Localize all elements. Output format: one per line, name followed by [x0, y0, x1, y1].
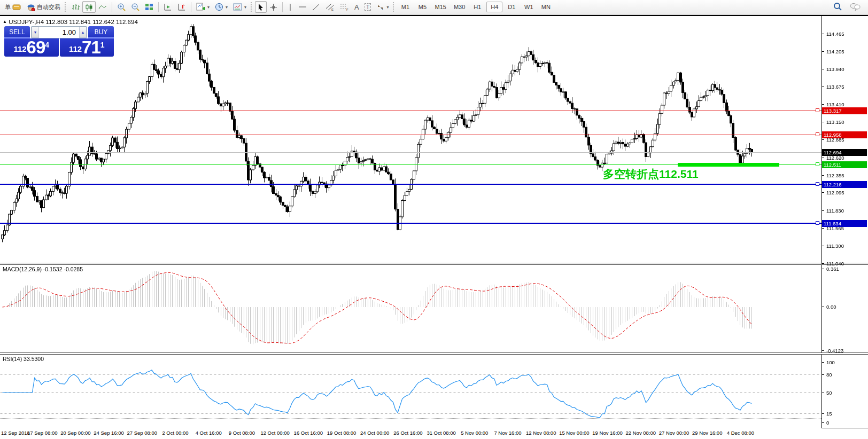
add-indicator-button[interactable]: ▾ — [193, 1, 212, 13]
timeframe-m15-button[interactable]: M15 — [431, 2, 449, 12]
channel-icon: E — [326, 3, 335, 11]
macd-scale-label: -0.4123 — [826, 348, 843, 354]
price-tick-mark — [821, 69, 824, 69]
timeframe-m5-button[interactable]: M5 — [414, 2, 430, 12]
add-indicator-caret-icon[interactable]: ▾ — [207, 5, 210, 10]
horizontal-line-icon — [298, 4, 307, 10]
pivot-annotation-text[interactable]: 多空转折点112.511 — [603, 167, 699, 182]
chart-shift-icon — [177, 3, 186, 11]
candlestick-chart-button[interactable] — [82, 1, 96, 13]
rsi-label: RSI(14) 33.5300 — [3, 356, 44, 362]
rsi-tick-mark — [821, 393, 824, 393]
tile-windows-button[interactable] — [142, 1, 156, 13]
chart-shift-button[interactable] — [175, 1, 189, 13]
current-price-line[interactable] — [0, 152, 821, 153]
volume-input[interactable] — [39, 27, 79, 38]
trendline-icon — [312, 3, 320, 11]
crosshair-button[interactable] — [267, 1, 280, 13]
periods-caret-icon[interactable]: ▾ — [226, 5, 228, 10]
timeframe-w1-button[interactable]: W1 — [521, 2, 537, 12]
cursor-button[interactable] — [255, 1, 267, 13]
timeframe-d1-button[interactable]: D1 — [503, 2, 520, 12]
arrows-caret-icon[interactable]: ▾ — [386, 5, 389, 10]
search-icon[interactable] — [833, 2, 842, 12]
fibonacci-tool[interactable]: F — [337, 1, 352, 13]
chart-title-text: USDJPY-,H4 112.803 112.841 112.642 112.6… — [9, 19, 138, 25]
text-label-tool[interactable]: T — [362, 1, 374, 13]
rsi-tick-mark — [821, 362, 824, 363]
cursor-icon — [258, 3, 264, 11]
rsi-scale-label: 100 — [826, 359, 835, 365]
text-tool[interactable]: A — [352, 1, 362, 13]
toolbar-grip[interactable] — [393, 2, 396, 12]
line-edit-handle[interactable] — [816, 108, 819, 112]
price-tag: 112.511 — [822, 161, 867, 168]
sell-price[interactable]: 112694 — [4, 38, 59, 57]
line-edit-handle[interactable] — [816, 162, 819, 166]
timeframe-h1-button[interactable]: H1 — [469, 2, 485, 12]
toolbar-grip[interactable] — [65, 2, 67, 12]
support-line[interactable] — [0, 223, 821, 224]
zoom-in-button[interactable] — [114, 1, 128, 13]
pane-separator-macd-rsi[interactable] — [0, 352, 868, 355]
templates-caret-icon[interactable]: ▾ — [244, 5, 246, 10]
periods-clock-icon — [215, 3, 223, 11]
price-tick-label: 112.355 — [826, 173, 844, 178]
trendline-tool[interactable] — [309, 1, 323, 13]
new-order-button[interactable]: 单 — [2, 1, 24, 13]
timeframe-m1-button[interactable]: M1 — [397, 2, 413, 12]
periods-button[interactable]: ▾ — [212, 1, 230, 13]
vertical-line-tool[interactable] — [285, 1, 296, 13]
timeframe-h4-button[interactable]: H4 — [486, 2, 502, 12]
price-tick-mark — [821, 228, 824, 229]
autotrading-icon — [27, 3, 35, 11]
rsi-indicator-canvas[interactable] — [0, 355, 821, 418]
chat-icon[interactable] — [850, 3, 861, 12]
support-line[interactable] — [0, 184, 821, 185]
resistance-line[interactable] — [0, 111, 821, 111]
auto-scroll-button[interactable] — [161, 1, 175, 13]
timeframe-m30-button[interactable]: M30 — [451, 2, 468, 12]
resistance-line[interactable] — [0, 135, 821, 135]
price-tick-mark — [821, 210, 824, 211]
buy-price[interactable]: 112711 — [60, 38, 114, 57]
one-click-trading-panel: SELL ▼ ▲ BUY 112694 112711 — [4, 26, 114, 57]
timeframe-mn-button[interactable]: MN — [538, 2, 554, 12]
buy-price-main: 71 — [82, 38, 100, 56]
zoom-out-button[interactable] — [128, 1, 142, 13]
bar-chart-button[interactable] — [69, 1, 82, 13]
line-chart-button[interactable] — [96, 1, 110, 13]
macd-label: MACD(12,26,9) -0.1532 -0.0285 — [3, 266, 83, 272]
line-chart-icon — [98, 3, 107, 11]
sell-price-main: 69 — [27, 38, 45, 56]
price-tick-label: 114.205 — [826, 49, 844, 54]
autotrading-button[interactable]: 自动交易 — [24, 1, 63, 13]
templates-button[interactable]: ▾ — [230, 1, 249, 13]
price-tag: 112.958 — [822, 131, 867, 138]
toolbar-grip[interactable] — [251, 2, 253, 12]
macd-tick-mark — [821, 307, 824, 307]
line-edit-handle[interactable] — [816, 221, 819, 225]
collapse-trade-panel-icon[interactable]: ▲ — [3, 19, 7, 24]
price-tick-mark — [821, 263, 824, 264]
channel-tool[interactable]: E — [323, 1, 337, 13]
price-tag: 112.216 — [822, 181, 867, 188]
buy-button[interactable]: BUY — [88, 26, 114, 38]
macd-indicator-canvas[interactable] — [0, 265, 821, 352]
zoom-in-icon — [117, 3, 126, 11]
price-tick-label: 114.465 — [826, 31, 844, 37]
arrows-tool[interactable]: ▾ — [374, 1, 391, 13]
horizontal-line-tool[interactable] — [296, 1, 309, 13]
sell-button[interactable]: SELL — [4, 26, 30, 38]
main-chart-canvas[interactable] — [0, 16, 821, 263]
text-label-icon: T — [365, 3, 371, 11]
volume-increase-button[interactable]: ▲ — [79, 27, 87, 38]
price-tick-label: 111.830 — [826, 208, 844, 214]
pane-separator-main-macd[interactable] — [0, 263, 868, 265]
line-edit-handle[interactable] — [816, 182, 819, 186]
line-edit-handle[interactable] — [816, 132, 819, 136]
volume-decrease-button[interactable]: ▼ — [32, 27, 39, 38]
pivot-line[interactable] — [0, 164, 821, 165]
price-tick-mark — [821, 158, 824, 158]
price-tag: 113.317 — [822, 107, 867, 114]
